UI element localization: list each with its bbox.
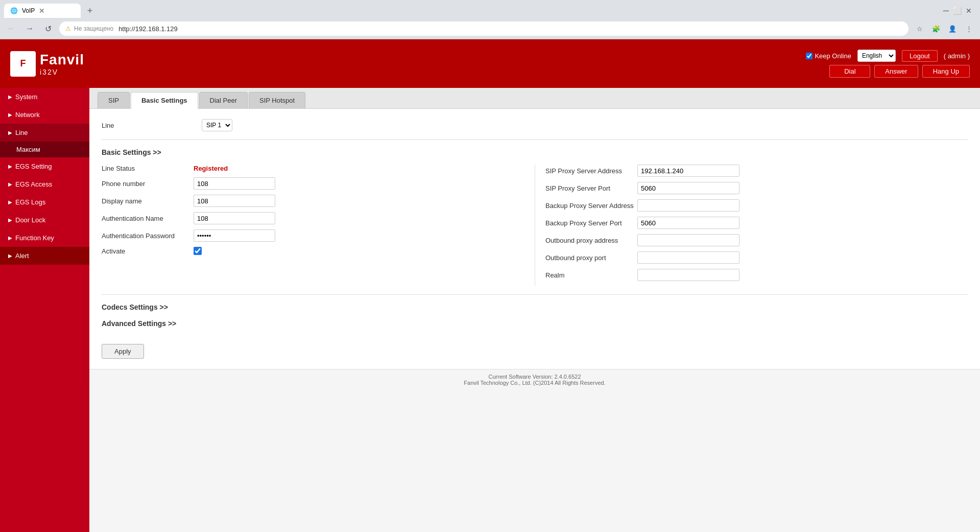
auth-password-row: Authentication Password	[102, 229, 514, 242]
chevron-icon: ▶	[8, 130, 12, 135]
extensions-icon[interactable]: 🧩	[929, 21, 943, 36]
keep-online-control: Keep Online	[806, 52, 851, 60]
sidebar: ▶ System ▶ Network ▶ Line Максим ▶ EGS S…	[0, 88, 89, 532]
outbound-proxy-addr-row: Outbound proxy address	[545, 234, 968, 246]
display-name-input[interactable]	[194, 195, 275, 207]
admin-label: ( admin )	[944, 52, 970, 60]
tab-sip-hotspot[interactable]: SIP Hotspot	[249, 92, 305, 108]
sidebar-sub-line: Максим	[0, 142, 89, 157]
page-footer: Current Software Version: 2.4.0.6522 Fan…	[89, 369, 980, 390]
tab-close-icon[interactable]: ✕	[39, 7, 45, 15]
tab-sip[interactable]: SIP	[98, 92, 130, 108]
phone-number-input[interactable]	[194, 177, 275, 190]
sidebar-item-function-key[interactable]: ▶ Function Key	[0, 229, 89, 247]
sip-proxy-port-row: SIP Proxy Server Port	[545, 182, 968, 194]
sidebar-item-alert[interactable]: ▶ Alert	[0, 247, 89, 265]
backup-proxy-addr-row: Backup Proxy Server Address	[545, 199, 968, 212]
line-status-row: Line Status Registered	[102, 165, 514, 172]
chevron-icon: ▶	[8, 164, 12, 169]
sidebar-item-label: Function Key	[15, 234, 54, 242]
activate-row: Activate	[102, 247, 514, 255]
security-indicator: ⚠	[65, 25, 71, 32]
keep-online-checkbox[interactable]	[806, 53, 812, 59]
sidebar-item-line[interactable]: ▶ Line	[0, 124, 89, 142]
outbound-proxy-port-row: Outbound proxy port	[545, 251, 968, 264]
activate-checkbox[interactable]	[194, 247, 202, 255]
footer-line2: Fanvil Technology Co., Ltd. (C)2014 All …	[93, 380, 976, 386]
realm-row: Realm	[545, 269, 968, 281]
realm-input[interactable]	[637, 269, 739, 281]
sip-proxy-addr-input[interactable]	[637, 165, 739, 177]
forward-button[interactable]: →	[22, 21, 37, 36]
advanced-settings-section-header[interactable]: Advanced Settings >>	[102, 319, 968, 328]
form-right-column: SIP Proxy Server Address SIP Proxy Serve…	[535, 165, 968, 286]
new-tab-button[interactable]: +	[83, 4, 97, 18]
backup-proxy-port-input[interactable]	[637, 217, 739, 229]
settings-form-grid: Line Status Registered Phone number Disp…	[102, 165, 968, 286]
activate-label: Activate	[102, 247, 194, 255]
header-controls: Keep Online English Chinese Logout ( adm…	[806, 50, 970, 78]
dial-button[interactable]: Dial	[829, 65, 870, 78]
sip-proxy-addr-label: SIP Proxy Server Address	[545, 167, 637, 175]
close-button[interactable]: ✕	[966, 7, 972, 15]
chevron-icon: ▶	[8, 235, 12, 241]
outbound-proxy-addr-label: Outbound proxy address	[545, 237, 637, 244]
phone-number-row: Phone number	[102, 177, 514, 190]
chevron-icon: ▶	[8, 94, 12, 100]
sidebar-item-label: EGS Setting	[15, 163, 52, 170]
language-select[interactable]: English Chinese	[857, 50, 896, 62]
basic-settings-section-header[interactable]: Basic Settings >>	[102, 148, 968, 156]
sidebar-item-label: Line	[15, 129, 28, 136]
sidebar-item-egs-logs[interactable]: ▶ EGS Logs	[0, 193, 89, 211]
display-name-row: Display name	[102, 195, 514, 207]
outbound-proxy-port-label: Outbound proxy port	[545, 254, 637, 262]
chevron-icon: ▶	[8, 112, 12, 118]
tab-dial-peer[interactable]: Dial Peer	[199, 92, 248, 108]
line-selector-row: Line SIP 1 SIP 2 SIP 3 SIP 4	[102, 119, 968, 131]
minimize-button[interactable]: ─	[943, 6, 949, 15]
outbound-proxy-port-input[interactable]	[637, 251, 739, 264]
auth-password-label: Authentication Password	[102, 232, 194, 240]
chevron-icon: ▶	[8, 253, 12, 259]
tab-basic-settings[interactable]: Basic Settings	[131, 92, 198, 109]
model-name: i32V	[40, 68, 84, 76]
sidebar-item-label: Door Lock	[15, 216, 45, 224]
sip-proxy-port-label: SIP Proxy Server Port	[545, 184, 637, 192]
sip-proxy-port-input[interactable]	[637, 182, 739, 194]
backup-proxy-addr-label: Backup Proxy Server Address	[545, 202, 637, 210]
backup-proxy-addr-input[interactable]	[637, 199, 739, 212]
sidebar-item-door-lock[interactable]: ▶ Door Lock	[0, 211, 89, 229]
sidebar-item-label: System	[15, 93, 37, 101]
sidebar-sub-item-maksim[interactable]: Максим	[0, 142, 89, 157]
back-button[interactable]: ←	[4, 21, 18, 36]
sidebar-item-label: EGS Access	[15, 180, 52, 188]
tab-favicon: 🌐	[10, 7, 18, 14]
page-header: F Fanvil i32V Keep Online English Chines…	[0, 39, 980, 88]
hang-up-button[interactable]: Hang Up	[922, 65, 970, 78]
sidebar-item-egs-setting[interactable]: ▶ EGS Setting	[0, 157, 89, 175]
url-text: http://192.168.1.129	[118, 25, 178, 33]
browser-tab[interactable]: 🌐 VoIP ✕	[4, 4, 81, 18]
restore-button[interactable]: ⬜	[953, 7, 962, 15]
phone-number-label: Phone number	[102, 180, 194, 188]
sidebar-item-egs-access[interactable]: ▶ EGS Access	[0, 175, 89, 193]
auth-password-input[interactable]	[194, 229, 275, 242]
codecs-settings-section-header[interactable]: Codecs Settings >>	[102, 303, 968, 311]
auth-name-row: Authentication Name	[102, 212, 514, 224]
logout-button[interactable]: Logout	[902, 50, 938, 62]
sidebar-item-label: Network	[15, 111, 40, 119]
more-options-icon[interactable]: ⋮	[962, 21, 976, 36]
sidebar-item-network[interactable]: ▶ Network	[0, 106, 89, 124]
sidebar-item-system[interactable]: ▶ System	[0, 88, 89, 106]
answer-button[interactable]: Answer	[874, 65, 918, 78]
chevron-icon: ▶	[8, 199, 12, 205]
brand-name: Fanvil	[40, 52, 84, 68]
auth-name-input[interactable]	[194, 212, 275, 224]
profile-icon[interactable]: 👤	[945, 21, 960, 36]
tab-title: VoIP	[22, 7, 35, 14]
reload-button[interactable]: ↺	[41, 21, 55, 36]
bookmark-icon[interactable]: ☆	[913, 21, 927, 36]
apply-button[interactable]: Apply	[102, 344, 144, 359]
line-select[interactable]: SIP 1 SIP 2 SIP 3 SIP 4	[202, 119, 232, 131]
outbound-proxy-addr-input[interactable]	[637, 234, 739, 246]
